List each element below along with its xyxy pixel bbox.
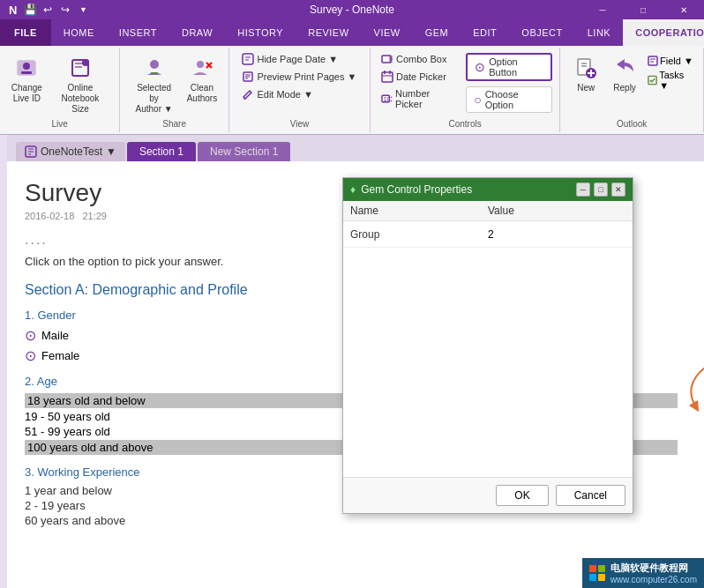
dialog-empty-area: SecondGroupNumber xyxy=(343,248,633,477)
left-sidebar xyxy=(0,135,7,588)
dialog-footer: OK Cancel xyxy=(343,477,633,513)
controls-content: Combo Box Date Picker 10 Number Picker ⊙… xyxy=(378,51,552,117)
dialog-ctrl-btns: ─ □ ✕ xyxy=(576,182,625,197)
section-tab-2[interactable]: New Section 1 xyxy=(198,142,290,161)
watermark-url: www.computer26.com xyxy=(610,575,697,584)
change-live-id-label: ChangeLive ID xyxy=(11,83,42,104)
selected-by-author-button[interactable]: Selected byAuthor ▼ xyxy=(127,51,181,117)
change-live-id-icon xyxy=(12,54,41,82)
tab-history[interactable]: HISTORY xyxy=(225,19,296,46)
outlook-stack: Field ▼ Tasks ▼ xyxy=(645,51,696,92)
dialog-cancel-button[interactable]: Cancel xyxy=(556,485,625,506)
option-maile-text: Maile xyxy=(41,329,69,342)
work-option-3: 60 years and above xyxy=(25,514,678,527)
notebook-button[interactable]: OneNoteTest ▼ xyxy=(16,142,125,161)
redo-icon[interactable]: ↪ xyxy=(57,2,73,18)
tab-view[interactable]: VIEW xyxy=(362,19,413,46)
new-button[interactable]: New xyxy=(567,51,604,96)
tab-review[interactable]: REVIEW xyxy=(296,19,361,46)
ribbon-tabs: FILE HOME INSERT DRAW HISTORY REVIEW VIE… xyxy=(0,19,704,46)
row-value-cell[interactable] xyxy=(488,228,625,241)
note-area: OneNoteTest ▼ Section 1 New Section 1 Su… xyxy=(7,135,704,588)
reply-label: Reply xyxy=(613,83,636,93)
change-live-id-button[interactable]: ChangeLive ID xyxy=(7,51,47,107)
watermark-site-name: 电脑软硬件教程网 xyxy=(610,562,697,575)
dialog-minimize-button[interactable]: ─ xyxy=(576,182,590,197)
title-bar: N 💾 ↩ ↪ ▼ Survey - OneNote ─ □ ✕ xyxy=(0,0,704,19)
selected-by-author-label: Selected byAuthor ▼ xyxy=(132,83,176,115)
field-button[interactable]: Field ▼ xyxy=(645,55,696,67)
svg-point-1 xyxy=(23,63,30,70)
ribbon-group-share: Selected byAuthor ▼ CleanAuthors Share xyxy=(120,48,229,132)
selected-by-author-icon xyxy=(140,54,169,82)
tab-link[interactable]: LINK xyxy=(575,19,623,46)
tab-home[interactable]: HOME xyxy=(51,19,107,46)
option-button-btn[interactable]: ⊙ Option Button xyxy=(466,53,552,81)
ribbon-group-live: ChangeLive ID OnlineNotebook Size Live xyxy=(0,48,120,132)
view-group-label: View xyxy=(290,117,310,129)
ribbon-body: ChangeLive ID OnlineNotebook Size Live xyxy=(0,46,704,135)
choose-option-icon: ○ xyxy=(474,93,481,107)
window-controls: ─ □ ✕ xyxy=(582,0,704,19)
more-icon[interactable]: ▼ xyxy=(75,2,91,18)
dialog-close-button[interactable]: ✕ xyxy=(611,182,625,197)
tab-gem[interactable]: GEM xyxy=(413,19,461,46)
row-value-input[interactable] xyxy=(488,228,625,241)
option-female-text: Female xyxy=(41,349,79,362)
ribbon-group-outlook: New Reply Field ▼ xyxy=(560,48,704,132)
dialog-titlebar: ♦ Gem Control Properties ─ □ ✕ xyxy=(343,178,633,201)
preview-print-pages-button[interactable]: Preview Print Pages ▼ xyxy=(238,69,360,85)
windows-logo xyxy=(589,565,605,581)
win-pane-green xyxy=(598,565,605,572)
tasks-button[interactable]: Tasks ▼ xyxy=(645,69,696,92)
share-group-label: Share xyxy=(162,117,186,129)
number-picker-button[interactable]: 10 Number Picker xyxy=(378,86,459,111)
win-pane-yellow xyxy=(598,574,605,581)
svg-point-9 xyxy=(197,61,204,68)
clean-authors-label: CleanAuthors xyxy=(187,83,217,104)
watermark: 电脑软硬件教程网 www.computer26.com xyxy=(582,558,704,588)
callout-arrow-svg xyxy=(678,359,704,500)
option-button-label: Option Button xyxy=(489,56,543,78)
controls-right: ⊙ Option Button ○ Choose Option xyxy=(466,51,552,117)
svg-rect-5 xyxy=(75,66,82,68)
save-icon[interactable]: 💾 xyxy=(22,2,38,18)
option-radio-icon: ⊙ xyxy=(475,60,485,74)
hide-page-date-button[interactable]: Hide Page Date ▼ xyxy=(238,51,360,67)
win-pane-red xyxy=(589,565,596,572)
radio-female[interactable]: ⊙ xyxy=(25,347,36,364)
section-tab-1[interactable]: Section 1 xyxy=(127,142,196,161)
tab-file[interactable]: FILE xyxy=(0,19,51,46)
maximize-button[interactable]: □ xyxy=(623,0,663,19)
undo-icon[interactable]: ↩ xyxy=(40,2,56,18)
edit-mode-button[interactable]: Edit Mode ▼ xyxy=(238,86,360,102)
edit-mode-label: Edit Mode ▼ xyxy=(257,89,312,100)
tab-edit[interactable]: EDIT xyxy=(461,19,509,46)
dialog-row-group: Group xyxy=(343,221,633,248)
online-notebook-size-button[interactable]: OnlineNotebook Size xyxy=(49,51,113,117)
minimize-button[interactable]: ─ xyxy=(582,0,623,19)
ribbon-group-view: Hide Page Date ▼ Preview Print Pages ▼ E… xyxy=(229,48,371,132)
radio-maile[interactable]: ⊙ xyxy=(25,327,36,344)
reply-button[interactable]: Reply xyxy=(606,51,643,96)
app-logo: N xyxy=(5,4,20,17)
tab-draw[interactable]: DRAW xyxy=(169,19,225,46)
preview-print-pages-label: Preview Print Pages ▼ xyxy=(257,71,356,82)
tab-object[interactable]: OBJECT xyxy=(509,19,574,46)
dialog-ok-button[interactable]: OK xyxy=(496,485,548,506)
online-notebook-icon xyxy=(66,54,94,82)
choose-option-label: Choose Option xyxy=(485,89,545,110)
gem-control-dialog: ♦ Gem Control Properties ─ □ ✕ Name Valu… xyxy=(342,177,633,514)
tab-insert[interactable]: INSERT xyxy=(107,19,169,46)
svg-rect-2 xyxy=(21,71,32,74)
clean-authors-button[interactable]: CleanAuthors xyxy=(183,51,221,107)
content-area: OneNoteTest ▼ Section 1 New Section 1 Su… xyxy=(0,135,704,588)
close-button[interactable]: ✕ xyxy=(663,0,704,19)
dialog-maximize-button[interactable]: □ xyxy=(594,182,608,197)
choose-option-btn[interactable]: ○ Choose Option xyxy=(466,86,552,113)
page-scroll[interactable]: Survey 2016-02-18 21:29 .... Click on th… xyxy=(7,161,704,588)
tab-cooperation[interactable]: COOPERATION xyxy=(623,19,704,46)
date-picker-button[interactable]: Date Picker xyxy=(378,69,459,85)
combo-box-button[interactable]: Combo Box xyxy=(378,51,459,67)
gem-icon: ♦ xyxy=(350,183,356,196)
